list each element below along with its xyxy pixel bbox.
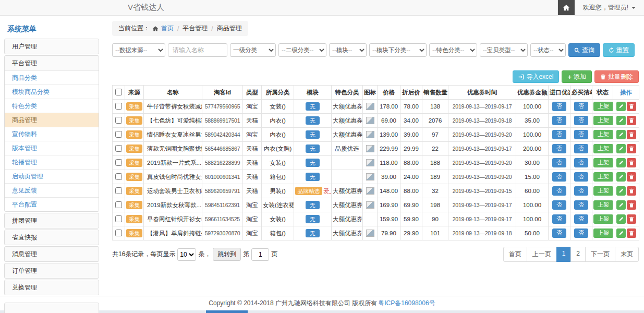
delete-button[interactable] bbox=[627, 158, 636, 167]
must-buy-toggle[interactable]: 否 bbox=[574, 214, 588, 223]
sidebar-subitem[interactable]: 模块商品分类 bbox=[5, 85, 99, 99]
filter-module[interactable]: --模块-- bbox=[329, 43, 367, 57]
jump-button[interactable]: 跳转到 bbox=[213, 248, 241, 261]
sidebar-item[interactable]: 省直快报 bbox=[5, 230, 99, 245]
filter-feature[interactable]: --特色分类-- bbox=[429, 43, 477, 57]
edit-button[interactable] bbox=[616, 214, 626, 224]
status-button[interactable]: 上架 bbox=[593, 172, 613, 181]
filter-cat1[interactable]: 一级分类 bbox=[230, 43, 276, 57]
bottom-scrollbar-thumb[interactable] bbox=[206, 310, 248, 313]
sidebar-subitem[interactable]: 平台配置 bbox=[5, 197, 99, 211]
filter-source[interactable]: --数据来源-- bbox=[112, 43, 165, 57]
status-button[interactable]: 上架 bbox=[593, 130, 613, 139]
status-button[interactable]: 上架 bbox=[593, 186, 613, 195]
imported-toggle[interactable]: 否 bbox=[552, 228, 566, 237]
must-buy-toggle[interactable]: 否 bbox=[574, 116, 588, 125]
breadcrumb-home-link[interactable]: 首页 bbox=[161, 24, 174, 33]
must-buy-toggle[interactable]: 否 bbox=[574, 228, 588, 237]
imported-toggle[interactable]: 否 bbox=[552, 116, 566, 125]
sidebar-subitem[interactable]: 启动页管理 bbox=[5, 169, 99, 183]
must-buy-toggle[interactable]: 否 bbox=[574, 200, 588, 209]
sidebar-item[interactable]: 消息管理 bbox=[5, 247, 99, 261]
must-buy-toggle[interactable]: 否 bbox=[574, 186, 588, 195]
sidebar-subitem[interactable]: 宣传物料 bbox=[5, 127, 99, 141]
delete-button[interactable] bbox=[627, 130, 636, 139]
page-button[interactable]: 1 bbox=[556, 247, 572, 262]
edit-button[interactable] bbox=[616, 172, 626, 182]
must-buy-toggle[interactable]: 否 bbox=[574, 158, 588, 167]
edit-button[interactable] bbox=[616, 186, 626, 196]
sidebar-item[interactable]: 拼团管理 bbox=[5, 213, 99, 228]
row-checkbox[interactable] bbox=[115, 215, 122, 222]
delete-button[interactable] bbox=[627, 214, 636, 224]
delete-button[interactable] bbox=[627, 144, 636, 153]
row-checkbox[interactable] bbox=[115, 145, 122, 152]
status-button[interactable]: 上架 bbox=[593, 200, 613, 209]
edit-button[interactable] bbox=[616, 144, 626, 153]
page-button[interactable]: 末页 bbox=[615, 247, 639, 262]
batch-delete-button[interactable]: 批量删除 bbox=[594, 70, 639, 83]
page-button[interactable]: 上一页 bbox=[527, 247, 557, 262]
select-all-checkbox[interactable] bbox=[115, 89, 122, 95]
per-page-select[interactable]: 10 bbox=[177, 248, 196, 261]
add-button[interactable]: + 添加 bbox=[562, 70, 592, 83]
sidebar-subitem[interactable]: 版本管理 bbox=[5, 141, 99, 155]
delete-button[interactable] bbox=[627, 102, 636, 111]
row-checkbox[interactable] bbox=[115, 173, 122, 180]
row-checkbox[interactable] bbox=[115, 230, 122, 236]
filter-module-sub[interactable]: --模块下分类-- bbox=[369, 43, 427, 57]
edit-button[interactable] bbox=[616, 130, 626, 139]
delete-button[interactable] bbox=[627, 186, 636, 196]
status-button[interactable]: 上架 bbox=[593, 102, 613, 111]
page-button[interactable]: 首页 bbox=[503, 247, 527, 262]
row-checkbox[interactable] bbox=[115, 201, 122, 208]
must-buy-toggle[interactable]: 否 bbox=[574, 102, 588, 111]
sidebar-subitem[interactable]: 特色分类 bbox=[5, 99, 99, 113]
edit-button[interactable] bbox=[616, 158, 626, 167]
sidebar-item-partial[interactable] bbox=[4, 303, 99, 313]
delete-button[interactable] bbox=[627, 200, 636, 210]
imported-toggle[interactable]: 否 bbox=[552, 130, 566, 139]
status-button[interactable]: 上架 bbox=[593, 144, 613, 153]
sidebar-subitem[interactable]: 商品管理 bbox=[5, 113, 99, 127]
icp-link[interactable]: 粤ICP备16098006号 bbox=[378, 299, 435, 308]
delete-button[interactable] bbox=[627, 172, 636, 182]
edit-button[interactable] bbox=[616, 116, 626, 125]
reset-button[interactable]: 重置 bbox=[603, 43, 635, 57]
jump-page-input[interactable] bbox=[251, 248, 269, 261]
home-button[interactable] bbox=[558, 0, 575, 15]
imported-toggle[interactable]: 否 bbox=[552, 158, 566, 167]
filter-item-type[interactable]: --宝贝类型-- bbox=[480, 43, 528, 57]
page-button[interactable]: 下一页 bbox=[585, 247, 615, 262]
import-excel-button[interactable]: 导入excel bbox=[513, 70, 559, 83]
row-checkbox[interactable] bbox=[115, 187, 122, 194]
must-buy-toggle[interactable]: 否 bbox=[574, 144, 588, 153]
row-checkbox[interactable] bbox=[115, 159, 122, 166]
sidebar-item[interactable]: 用户管理 bbox=[5, 39, 99, 54]
edit-button[interactable] bbox=[616, 102, 626, 111]
imported-toggle[interactable]: 否 bbox=[552, 102, 566, 111]
edit-button[interactable] bbox=[616, 228, 626, 238]
row-checkbox[interactable] bbox=[115, 117, 122, 124]
edit-button[interactable] bbox=[616, 200, 626, 210]
status-button[interactable]: 上架 bbox=[593, 158, 613, 167]
imported-toggle[interactable]: 否 bbox=[552, 200, 566, 209]
imported-toggle[interactable]: 否 bbox=[552, 144, 566, 153]
sidebar-subitem[interactable]: 轮播管理 bbox=[5, 155, 99, 169]
filter-status[interactable]: --状态-- bbox=[530, 43, 566, 57]
sidebar-subitem[interactable]: 商品分类 bbox=[5, 70, 99, 85]
row-checkbox[interactable] bbox=[115, 131, 122, 138]
name-search-input[interactable] bbox=[168, 43, 227, 57]
imported-toggle[interactable]: 否 bbox=[552, 214, 566, 223]
page-button[interactable]: 2 bbox=[570, 247, 586, 262]
sidebar-item[interactable]: 订单管理 bbox=[5, 263, 99, 278]
row-checkbox[interactable] bbox=[115, 103, 122, 110]
status-button[interactable]: 上架 bbox=[593, 214, 613, 223]
status-button[interactable]: 上架 bbox=[593, 228, 613, 237]
must-buy-toggle[interactable]: 否 bbox=[574, 130, 588, 139]
status-button[interactable]: 上架 bbox=[593, 116, 613, 125]
sidebar-item[interactable]: 兑换管理 bbox=[5, 280, 99, 295]
must-buy-toggle[interactable]: 否 bbox=[574, 172, 588, 181]
delete-button[interactable] bbox=[627, 228, 636, 238]
filter-cat2[interactable]: --二级分类-- bbox=[278, 43, 326, 57]
